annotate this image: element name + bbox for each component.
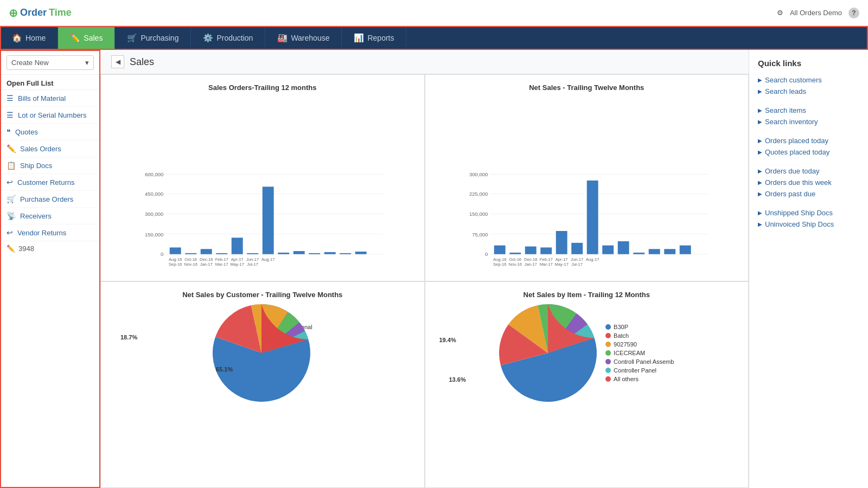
legend-dot <box>605 376 611 382</box>
svg-rect-22 <box>355 252 367 254</box>
ql-quotes-placed-today-label: Quotes placed today <box>765 148 829 156</box>
sidebar-header: Create New ▾ <box>1 51 99 75</box>
pie1-svg <box>213 304 310 402</box>
reports-icon: 📊 <box>354 33 364 43</box>
collapse-button[interactable]: ◀ <box>111 55 124 68</box>
svg-text:Nov-16: Nov-16 <box>508 261 521 266</box>
svg-text:Mar-17: Mar-17 <box>539 261 552 266</box>
ql-uninvoiced-ship-docs[interactable]: ▶ Uninvoiced Ship Docs <box>758 219 859 230</box>
ql-group-customers: ▶ Search customers ▶ Search leads <box>758 74 859 97</box>
legend-item: All others <box>605 376 674 382</box>
ql-orders-past-due[interactable]: ▶ Orders past due <box>758 188 859 200</box>
ql-arrow-icon: ▶ <box>758 77 762 83</box>
pie2-svg <box>499 304 597 402</box>
legend-item: Controll Panel Assemb <box>605 358 674 365</box>
ql-arrow-icon: ▶ <box>758 221 762 227</box>
legend-dot <box>605 324 611 330</box>
svg-rect-21 <box>340 253 351 254</box>
sidebar-item-lot-serial[interactable]: ☰ Lot or Serial Numbers <box>1 107 99 124</box>
sidebar-item-bom[interactable]: ☰ Bills of Material <box>1 90 99 107</box>
svg-text:150,000: 150,000 <box>469 211 488 217</box>
svg-text:75,000: 75,000 <box>472 231 488 237</box>
ql-orders-past-due-label: Orders past due <box>765 190 815 198</box>
sidebar-item-sales-orders[interactable]: ✏️ Sales Orders <box>1 140 99 157</box>
ql-search-items[interactable]: ▶ Search items <box>758 105 859 116</box>
svg-rect-17 <box>278 252 289 254</box>
nav-production[interactable]: ⚙️ Production <box>191 26 265 50</box>
ql-orders-due-today-label: Orders due today <box>765 167 819 175</box>
nav-sales[interactable]: ✏️ Sales <box>58 26 115 50</box>
legend-item: B30P <box>605 324 674 330</box>
ql-group-items: ▶ Search items ▶ Search inventory <box>758 105 859 127</box>
ql-orders-placed-today[interactable]: ▶ Orders placed today <box>758 135 859 146</box>
ql-orders-due-today[interactable]: ▶ Orders due today <box>758 165 859 177</box>
legend-dot <box>605 359 611 364</box>
svg-rect-19 <box>309 253 320 254</box>
nav-reports-label: Reports <box>367 34 394 42</box>
sidebar-item-customer-returns[interactable]: ↩ Customer Returns <box>1 174 99 191</box>
ql-arrow-icon: ▶ <box>758 210 762 216</box>
svg-rect-16 <box>263 187 274 254</box>
sidebar-item-ship-docs[interactable]: 📋 Ship Docs <box>1 157 99 174</box>
legend-label: 9027590 <box>614 341 637 348</box>
nav-warehouse[interactable]: 🏭 Warehouse <box>265 26 342 50</box>
top-bar: ⊕ Order Time ⚙ All Orders Demo ? <box>0 0 868 26</box>
create-new-button[interactable]: Create New ▾ <box>7 55 94 70</box>
svg-rect-53 <box>602 245 614 254</box>
svg-rect-55 <box>633 252 644 254</box>
ql-arrow-icon: ▶ <box>758 119 762 125</box>
svg-rect-57 <box>664 249 675 254</box>
ql-search-inventory-label: Search inventory <box>765 118 818 126</box>
sidebar-item-quotes[interactable]: ❝ Quotes <box>1 124 99 140</box>
ql-orders-placed-today-label: Orders placed today <box>765 137 828 145</box>
ql-search-customers[interactable]: ▶ Search customers <box>758 74 859 86</box>
account-name: All Orders Demo <box>790 9 842 17</box>
top-right: ⚙ All Orders Demo ? <box>777 8 859 18</box>
sidebar-item-receivers[interactable]: 📡 Receivers <box>1 208 99 224</box>
svg-text:0: 0 <box>485 251 488 256</box>
logo: ⊕ Order Time <box>9 7 72 20</box>
svg-text:Jul-17: Jul-17 <box>247 261 258 266</box>
bom-icon: ☰ <box>7 94 14 102</box>
svg-rect-56 <box>648 249 660 254</box>
nav-reports[interactable]: 📊 Reports <box>342 26 406 50</box>
logo-icon: ⊕ <box>9 7 18 20</box>
svg-rect-10 <box>170 247 181 254</box>
sidebar-item-vendor-returns[interactable]: ↩ Vendor Returns <box>1 224 99 241</box>
legend-label: Batch <box>614 332 629 339</box>
home-icon: 🏠 <box>12 33 22 43</box>
ql-search-leads[interactable]: ▶ Search leads <box>758 86 859 97</box>
nav-purchasing[interactable]: 🛒 Purchasing <box>115 26 191 50</box>
svg-text:May-17: May-17 <box>231 261 244 266</box>
sidebar-item-customer-returns-label: Customer Returns <box>17 178 74 187</box>
badge-value: 3948 <box>18 245 34 253</box>
ql-quotes-placed-today[interactable]: ▶ Quotes placed today <box>758 146 859 158</box>
sales-icon: ✏️ <box>70 33 80 43</box>
legend-label: All others <box>614 376 639 382</box>
gear-icon[interactable]: ⚙ <box>777 9 783 17</box>
chart-panel-pie2: Net Sales by Item - Trailing 12 Months <box>425 281 749 489</box>
main-nav: 🏠 Home ✏️ Sales 🛒 Purchasing ⚙️ Producti… <box>0 26 868 50</box>
bar-chart-2-svg: 300,000 225,000 150,000 75,000 0 <box>434 169 740 272</box>
svg-rect-46 <box>494 245 505 254</box>
svg-text:Jan-17: Jan-17 <box>200 261 213 266</box>
ql-arrow-icon: ▶ <box>758 149 762 155</box>
chart-panel-bar1: Sales Orders-Trailing 12 months 600,000 … <box>100 74 425 281</box>
nav-home[interactable]: 🏠 Home <box>0 26 58 50</box>
page-title: Sales <box>130 56 154 68</box>
nav-sales-label: Sales <box>84 34 103 42</box>
chart-bar2-title: Net Sales - Trailing Twelve Months <box>529 84 644 92</box>
ql-unshipped-ship-docs[interactable]: ▶ Unshipped Ship Docs <box>758 207 859 219</box>
help-icon[interactable]: ? <box>848 8 859 18</box>
ql-search-inventory[interactable]: ▶ Search inventory <box>758 116 859 127</box>
sidebar-item-purchase-orders[interactable]: 🛒 Purchase Orders <box>1 191 99 208</box>
customer-returns-icon: ↩ <box>7 178 13 187</box>
warehouse-icon: 🏭 <box>277 33 288 43</box>
svg-rect-49 <box>540 247 552 254</box>
ql-orders-due-week[interactable]: ▶ Orders due this week <box>758 177 859 188</box>
chart-pie1-title: Net Sales by Customer - Trailing Twelve … <box>182 291 342 299</box>
sidebar-badge: ✏️ 3948 <box>1 241 99 256</box>
svg-rect-54 <box>617 241 629 254</box>
main-layout: Create New ▾ Open Full List ☰ Bills of M… <box>0 50 868 488</box>
legend-dot <box>605 368 611 373</box>
